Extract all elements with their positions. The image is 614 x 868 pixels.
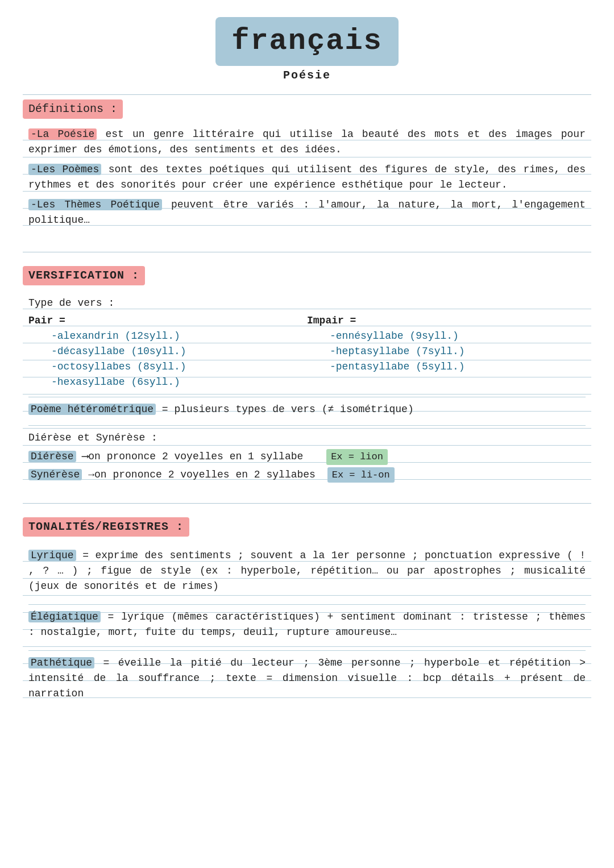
poemes-text: sont des textes poétiques qui utilisent … bbox=[28, 164, 586, 190]
dierese-text: ⟶on prononce 2 voyelles en 1 syllabe bbox=[76, 451, 304, 462]
title-box: français bbox=[215, 17, 399, 66]
definition-item-2: -Les Poèmes sont des textes poétiques qu… bbox=[28, 162, 586, 193]
versification-header-box: VERSIFICATION : bbox=[23, 266, 145, 285]
themes-highlight: -Les Thèmes Poétique bbox=[28, 199, 162, 210]
versification-content: Type de vers : Pair = -alexandrin (12syl… bbox=[23, 292, 591, 491]
pair-column: Pair = -alexandrin (12syll.) -décasyllab… bbox=[28, 313, 307, 390]
definitions-content: -La Poésie est un genre littéraire qui u… bbox=[23, 123, 591, 240]
elegiatique-highlight: Élégiatique bbox=[28, 611, 101, 622]
definitions-header-box: Définitions : bbox=[23, 99, 123, 119]
pair-alexandrin: -alexandrin (12syll.) bbox=[51, 329, 307, 344]
pathetique-text: = éveille la pitié du lecteur ; 3ème per… bbox=[28, 657, 586, 699]
definitions-section: Définitions : -La Poésie est un genre li… bbox=[23, 94, 591, 240]
synerese-example: Ex = li-on bbox=[327, 467, 395, 483]
pair-label: Pair = bbox=[28, 313, 307, 329]
dierese-synerese-section: Diérèse et Synérèse : Diérèse ⟶on pronon… bbox=[28, 425, 586, 483]
versification-header-text: VERSIFICATION : bbox=[28, 269, 139, 282]
versification-section: VERSIFICATION : Type de vers : Pair = -a… bbox=[23, 252, 591, 491]
elegiatique-text: = lyrique (mêmes caractéristiques) + sen… bbox=[28, 611, 586, 638]
pair-hexasyllabe: -hexasyllabe (6syll.) bbox=[51, 375, 307, 390]
impair-ennesyllabe: -ennésyllabe (9syll.) bbox=[330, 329, 586, 344]
synerese-highlight: Synérèse bbox=[28, 469, 82, 480]
dierese-line: Diérèse ⟶on prononce 2 voyelles en 1 syl… bbox=[28, 449, 586, 465]
subtitle: Poésie bbox=[283, 69, 331, 82]
pair-octosyllabes: -octosyllabes (8syll.) bbox=[51, 359, 307, 375]
synerese-line: Synérèse →on prononce 2 voyelles en 2 sy… bbox=[28, 467, 586, 483]
vers-columns: Pair = -alexandrin (12syll.) -décasyllab… bbox=[28, 313, 586, 390]
definitions-header-text: Définitions : bbox=[28, 102, 117, 115]
impair-heptasyllabe: -heptasyllabe (7syll.) bbox=[330, 344, 586, 359]
type-de-vers-label: Type de vers : bbox=[28, 296, 586, 311]
dierese-synerese-title: Diérèse et Synérèse : bbox=[28, 430, 586, 446]
poemes-highlight: -Les Poèmes bbox=[28, 164, 101, 175]
tonalites-header-text: TONALITÉS/REGISTRES : bbox=[28, 520, 184, 533]
impair-label: Impair = bbox=[307, 313, 586, 329]
impair-column: Impair = -ennésyllabe (9syll.) -heptasyl… bbox=[307, 313, 586, 390]
synerese-text: →on prononce 2 voyelles en 2 syllabes bbox=[82, 469, 315, 480]
dierese-example: Ex = lion bbox=[326, 449, 388, 465]
heterometrique-line: Poème hétérométrique = plusieurs types d… bbox=[28, 397, 586, 417]
heterometrique-text: = plusieurs types de vers (≠ isométrique… bbox=[156, 404, 414, 415]
lyrique-highlight: Lyrique bbox=[28, 550, 76, 561]
main-title: français bbox=[231, 24, 383, 58]
poesie-text: est un genre littéraire qui utilise la b… bbox=[28, 128, 586, 155]
tonalites-header-box: TONALITÉS/REGISTRES : bbox=[23, 517, 189, 537]
pathetique-item: Pathétique = éveille la pitié du lecteur… bbox=[28, 650, 586, 701]
elegiatique-item: Élégiatique = lyrique (mêmes caractérist… bbox=[28, 604, 586, 640]
tonalites-section: TONALITÉS/REGISTRES : Lyrique = exprime … bbox=[23, 503, 591, 709]
definition-item-3: -Les Thèmes Poétique peuvent être variés… bbox=[28, 197, 586, 228]
definition-item-1: -La Poésie est un genre littéraire qui u… bbox=[28, 127, 586, 157]
dierese-highlight: Diérèse bbox=[28, 451, 76, 462]
impair-pentasyllabe: -pentasyllabe (5syll.) bbox=[330, 359, 586, 375]
heterometrique-highlight: Poème hétérométrique bbox=[28, 404, 156, 415]
pathetique-highlight: Pathétique bbox=[28, 657, 94, 668]
lyrique-text: = exprime des sentiments ; souvent a la … bbox=[28, 550, 586, 592]
poesie-highlight: -La Poésie bbox=[28, 128, 97, 140]
page: français Poésie Définitions : -La Poésie… bbox=[23, 17, 591, 709]
header: français Poésie bbox=[23, 17, 591, 84]
tonalites-content: Lyrique = exprime des sentiments ; souve… bbox=[23, 545, 591, 709]
lyrique-item: Lyrique = exprime des sentiments ; souve… bbox=[28, 548, 586, 594]
pair-decasyllabe: -décasyllabe (10syll.) bbox=[51, 344, 307, 359]
